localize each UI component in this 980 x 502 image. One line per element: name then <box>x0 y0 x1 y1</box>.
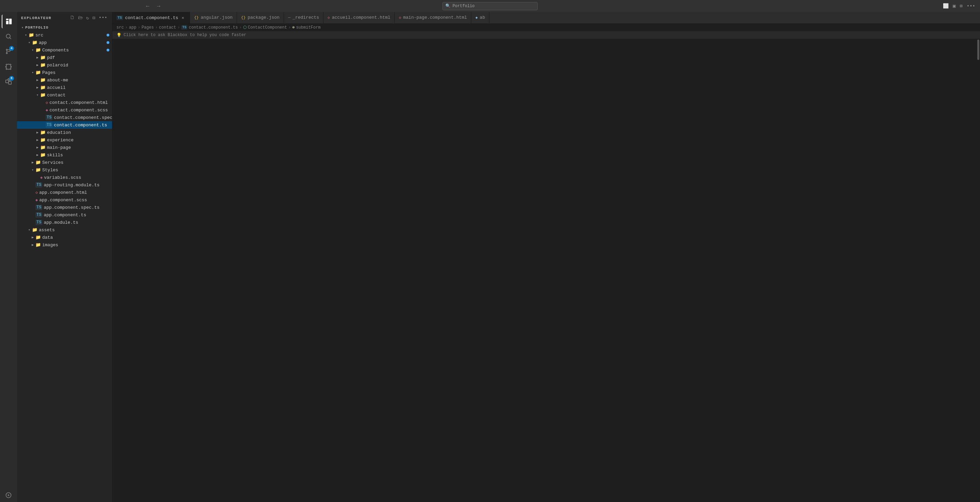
tree-polaroid[interactable]: ▶ 📁 polaroid <box>17 61 112 69</box>
tree-contact-ts[interactable]: ▶ TS contact.component.ts <box>17 121 112 129</box>
tree-root[interactable]: ▾ PORTFOLIO <box>17 24 112 31</box>
svg-line-4 <box>10 38 11 39</box>
tree-about-me[interactable]: ▶ 📁 about-me <box>17 76 112 84</box>
svg-point-6 <box>6 53 7 53</box>
tab-html-icon-2: ◇ <box>399 15 401 20</box>
tab-html-icon-1: ◇ <box>328 15 330 20</box>
bc-class[interactable]: ⬡ <box>243 25 247 30</box>
new-file-icon[interactable]: 🗋 <box>69 14 75 21</box>
code-content[interactable] <box>129 39 949 502</box>
tree-app[interactable]: ▾ 📁 app <box>17 39 112 46</box>
main-page-folder-icon: 📁 <box>40 145 46 150</box>
refresh-icon[interactable]: ↻ <box>86 14 89 21</box>
tree-skills[interactable]: ▶ 📁 skills <box>17 151 112 159</box>
bc-app[interactable]: app <box>129 25 137 30</box>
tree-app-module[interactable]: ▶ TS app.module.ts <box>17 218 112 226</box>
tab-redirects-icon: — <box>288 15 290 20</box>
tree-contact-html[interactable]: ▶ ◇ contact.component.html <box>17 99 112 106</box>
contact-arrow: ▾ <box>35 92 40 98</box>
components-label: Components <box>42 48 69 53</box>
tab-contact-ts-label: contact.component.ts <box>125 15 178 21</box>
tree-assets[interactable]: ▾ 📁 assets <box>17 226 112 234</box>
app-html-label: app.component.html <box>39 190 87 195</box>
forward-button[interactable]: → <box>154 2 164 10</box>
skills-arrow: ▶ <box>35 152 40 158</box>
tab-accueil-html[interactable]: ◇ accueil.component.html <box>323 12 395 24</box>
activity-extensions[interactable]: 6 <box>2 75 15 88</box>
tree-contact-spec[interactable]: ▶ TS contact.component.spec.ts <box>17 114 112 121</box>
pdf-folder-icon: 📁 <box>40 55 46 60</box>
tree-experience[interactable]: ▶ 📁 experience <box>17 136 112 144</box>
back-button[interactable]: ← <box>143 2 153 10</box>
tree-pdf[interactable]: ▶ 📁 pdf <box>17 54 112 61</box>
tab-package-json[interactable]: {} package.json <box>237 12 284 24</box>
tree-app-scss[interactable]: ▶ ◈ app.component.scss <box>17 196 112 204</box>
app-scss-label: app.component.scss <box>39 198 87 202</box>
tree-contact-scss[interactable]: ▶ ◈ contact.component.scss <box>17 106 112 114</box>
search-bar[interactable]: 🔍 Portfolio <box>442 2 538 10</box>
bc-ts-icon: TS <box>181 25 187 30</box>
tab-angular-json[interactable]: {} angular.json <box>190 12 237 24</box>
bc-pages[interactable]: Pages <box>142 25 154 30</box>
images-arrow: ▶ <box>30 242 35 248</box>
collapse-icon[interactable]: ⊟ <box>92 14 96 21</box>
tab-json-icon-1: {} <box>194 16 199 20</box>
contact-spec-label: contact.component.spec.ts <box>54 115 112 120</box>
tree-education[interactable]: ▶ 📁 education <box>17 129 112 136</box>
bc-method[interactable]: submitForm <box>296 25 320 30</box>
tree-app-spec[interactable]: ▶ TS app.component.spec.ts <box>17 204 112 211</box>
data-folder-icon: 📁 <box>35 235 41 240</box>
tree-components[interactable]: ▾ 📁 Components <box>17 46 112 54</box>
tree-accueil[interactable]: ▶ 📁 accueil <box>17 84 112 91</box>
tree-services[interactable]: ▶ 📁 Services <box>17 159 112 166</box>
tree-styles[interactable]: ▾ 📁 Styles <box>17 166 112 174</box>
minimap <box>949 39 977 502</box>
tree-contact[interactable]: ▾ 📁 contact <box>17 91 112 99</box>
tree-app-ts[interactable]: ▶ TS app.component.ts <box>17 211 112 218</box>
tab-redirects[interactable]: — _redirects <box>284 12 323 24</box>
layout-icon-3[interactable]: ⊞ <box>959 2 963 10</box>
bc-file[interactable]: contact.component.ts <box>189 25 238 30</box>
tree-variables-scss[interactable]: ▶ ◈ variables.scss <box>17 174 112 181</box>
tree-app-routing[interactable]: ▶ TS app-routing.module.ts <box>17 181 112 189</box>
activity-debug[interactable] <box>2 60 15 73</box>
app-label: app <box>39 40 47 45</box>
images-label: images <box>42 242 58 248</box>
about-arrow: ▶ <box>35 77 40 83</box>
new-folder-icon[interactable]: 🗁 <box>77 14 83 21</box>
app-html-icon: ◇ <box>35 190 38 195</box>
bc-src[interactable]: src <box>116 25 124 30</box>
components-folder-icon: 📁 <box>35 47 41 53</box>
activity-remote[interactable] <box>2 488 15 502</box>
tree-pages[interactable]: ▾ 📁 Pages <box>17 69 112 76</box>
tab-ab[interactable]: ◈ ab <box>471 12 489 24</box>
ts-icon: TS <box>46 122 52 128</box>
bc-class-name[interactable]: ContactComponent <box>248 25 287 30</box>
bulb-icon: 💡 <box>116 33 122 38</box>
app-dot <box>107 41 109 44</box>
activity-search[interactable] <box>2 30 15 43</box>
app-arrow: ▾ <box>27 40 32 45</box>
bc-contact[interactable]: contact <box>159 25 176 30</box>
tree-main-page[interactable]: ▶ 📁 main-page <box>17 144 112 151</box>
more-sidebar-icon[interactable]: ••• <box>98 14 108 21</box>
activity-explorer[interactable] <box>2 14 15 28</box>
accueil-arrow: ▶ <box>35 85 40 90</box>
tree-app-html[interactable]: ▶ ◇ app.component.html <box>17 189 112 196</box>
tree-images[interactable]: ▶ 📁 images <box>17 241 112 249</box>
layout-icon-2[interactable]: ▣ <box>952 2 956 10</box>
blackbox-hint[interactable]: 💡 Click here to ask Blackbox to help you… <box>112 31 980 39</box>
layout-icon-1[interactable]: ⬜ <box>942 2 949 10</box>
tab-main-page-html[interactable]: ◇ main-page.component.html <box>395 12 471 24</box>
tree-src[interactable]: ▾ 📁 src <box>17 31 112 39</box>
tab-contact-ts[interactable]: TS contact.component.ts ✕ <box>112 12 190 24</box>
more-icon[interactable]: ••• <box>966 3 976 10</box>
editor-scrollbar[interactable] <box>977 39 980 502</box>
bc-sep-3: › <box>155 25 158 30</box>
tree-data[interactable]: ▶ 📁 data <box>17 234 112 241</box>
contact-folder-icon: 📁 <box>40 92 46 98</box>
contact-ts-label: contact.component.ts <box>54 123 107 128</box>
tab-contact-ts-close[interactable]: ✕ <box>180 15 186 21</box>
activity-git[interactable]: 4 <box>2 45 15 58</box>
skills-folder-icon: 📁 <box>40 152 46 158</box>
